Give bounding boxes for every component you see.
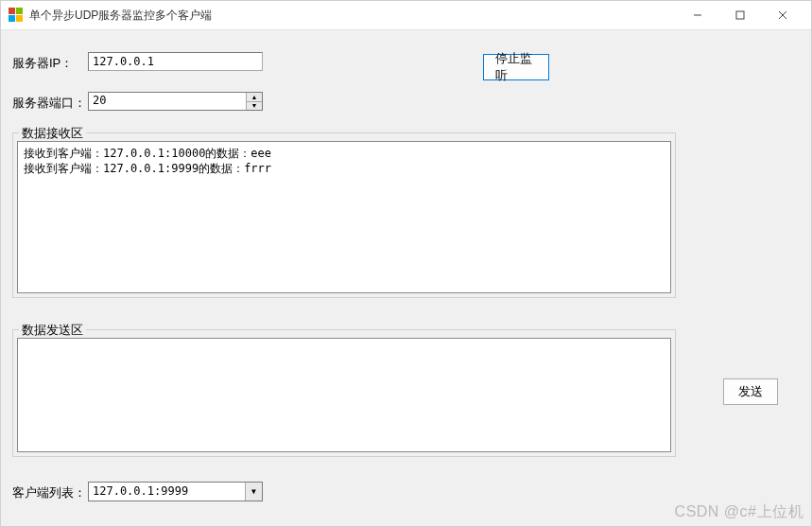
maximize-button[interactable] — [718, 2, 761, 29]
send-groupbox: 数据发送区 — [12, 329, 676, 457]
window-title: 单个异步UDP服务器监控多个客户端 — [29, 8, 676, 24]
server-port-label: 服务器端口： — [12, 95, 86, 112]
app-icon — [9, 8, 24, 23]
titlebar: 单个异步UDP服务器监控多个客户端 — [1, 1, 811, 30]
receive-groupbox: 数据接收区 接收到客户端：127.0.0.1:10000的数据：eee 接收到客… — [12, 132, 676, 298]
app-window: 单个异步UDP服务器监控多个客户端 服务器IP： 127.0.0.1 停止监听 … — [0, 0, 812, 527]
receive-textarea[interactable]: 接收到客户端：127.0.0.1:10000的数据：eee 接收到客户端：127… — [17, 141, 671, 293]
server-ip-label: 服务器IP： — [12, 55, 73, 72]
server-ip-value: 127.0.0.1 — [93, 55, 154, 68]
svg-rect-1 — [736, 11, 744, 19]
client-list-combo[interactable]: 127.0.0.1:9999 ▼ — [88, 482, 263, 501]
server-port-input[interactable]: 20 ▲ ▼ — [88, 92, 263, 111]
send-textarea[interactable] — [17, 338, 671, 452]
minimize-button[interactable] — [676, 2, 718, 29]
server-port-value: 20 — [89, 93, 246, 110]
port-spinner[interactable]: ▲ ▼ — [246, 93, 262, 110]
send-button[interactable]: 发送 — [723, 378, 778, 405]
chevron-down-icon[interactable]: ▼ — [245, 483, 262, 501]
watermark-text: CSDN @c#上位机 — [675, 502, 803, 522]
send-group-title: 数据发送区 — [19, 322, 86, 339]
client-list-label: 客户端列表： — [12, 484, 86, 501]
client-list-value: 127.0.0.1:9999 — [89, 483, 245, 501]
server-ip-input[interactable]: 127.0.0.1 — [88, 52, 263, 71]
window-controls — [676, 2, 803, 29]
spin-down-icon[interactable]: ▼ — [247, 102, 262, 111]
close-button[interactable] — [761, 2, 803, 29]
spin-up-icon[interactable]: ▲ — [247, 93, 262, 102]
client-area: 服务器IP： 127.0.0.1 停止监听 服务器端口： 20 ▲ ▼ 数据接收… — [1, 30, 811, 526]
receive-group-title: 数据接收区 — [19, 125, 86, 142]
stop-listen-button[interactable]: 停止监听 — [483, 54, 549, 80]
